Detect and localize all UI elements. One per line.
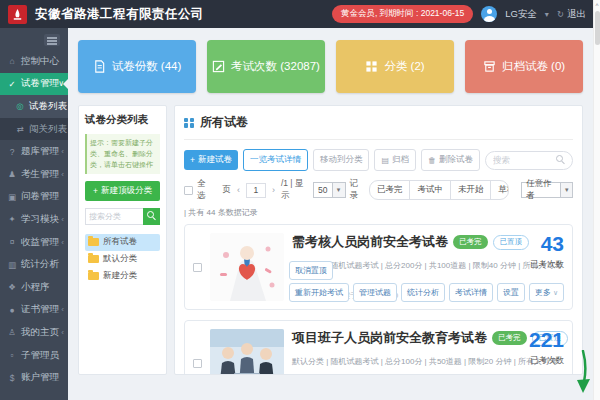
nav-label: 问卷管理 (21, 190, 59, 203)
sidebar-collapse-button[interactable] (0, 28, 68, 50)
nav-label: 账户管理 (21, 371, 59, 384)
user-name[interactable]: LG安全 (505, 8, 537, 21)
sidebar-item-challenge-list[interactable]: ⇄闯关列表 (0, 118, 68, 141)
exam-panel-title: 所有试卷 (200, 114, 248, 131)
search-icon (556, 155, 565, 165)
sidebar-item-control-center[interactable]: ⌂控制中心 (0, 50, 68, 73)
delete-label: 删除试卷 (439, 154, 473, 166)
edit-icon (212, 60, 225, 73)
filter-draft[interactable]: 草稿 (491, 181, 509, 199)
exam-title[interactable]: 需考核人员岗前安全考试卷 (292, 233, 448, 251)
exam-info: 项目班子人员岗前安全教育考试卷 已考完 已置顶 默认分类 | 随机试题考试 | … (292, 329, 494, 375)
stat-card-exam-count[interactable]: 试卷份数 (44) (78, 40, 196, 93)
nav-label: 证书管理 (21, 303, 59, 316)
cancel-pin-button[interactable]: 取消置顶 (289, 261, 333, 280)
nav-label: 控制中心 (21, 55, 59, 68)
page-scrollbar[interactable]: ˄ (593, 0, 600, 400)
page-size-select[interactable]: 50▾ (313, 182, 345, 198)
archive-icon (483, 60, 496, 73)
filter-in-progress[interactable]: 考试中 (410, 181, 451, 199)
home-icon: ⌂ (7, 56, 17, 66)
author-filter-select[interactable]: 任意作者▾ (521, 182, 573, 198)
total-records: | 共有 44 条数据记录 (184, 207, 573, 218)
delete-exam-button[interactable]: 🗑删除试卷 (421, 149, 480, 171)
tree-node-default-category[interactable]: 默认分类 (85, 251, 160, 268)
user-avatar[interactable] (481, 6, 497, 22)
chart-icon: ▥ (7, 260, 17, 270)
exam-detail-button[interactable]: 考试详情 (449, 283, 493, 302)
filter-not-started[interactable]: 未开始 (451, 181, 492, 199)
exam-title[interactable]: 项目班子人员岗前安全教育考试卷 (292, 329, 487, 347)
nav-label: 学习模块 (21, 213, 59, 226)
category-search-input[interactable] (85, 208, 143, 225)
sidebar-item-account-management[interactable]: $账户管理 (0, 366, 68, 389)
archive-button[interactable]: ▤归档 (374, 149, 416, 171)
exam-checkbox[interactable] (193, 263, 202, 272)
select-all-checkbox[interactable] (184, 186, 193, 195)
sidebar-item-exam-list[interactable]: ◎试卷列表 (0, 95, 68, 118)
exam-search-input[interactable] (493, 155, 556, 165)
sidebar-item-sub-admin[interactable]: ▫子管理员 (0, 344, 68, 367)
sidebar-item-mini-program[interactable]: ❖小程序 (0, 276, 68, 299)
user-menu-caret-icon[interactable]: ▾ (545, 10, 549, 19)
new-category-button[interactable]: +新建顶级分类 (85, 181, 160, 201)
sidebar-item-question-bank[interactable]: ?题库管理‹ (0, 140, 68, 163)
nav-label: 题库管理 (21, 145, 59, 158)
category-search-button[interactable] (143, 208, 160, 225)
page-size-value: 50 (314, 185, 331, 195)
stat-card-archived[interactable]: 归档试卷 (0) (465, 40, 583, 93)
exam-panel: 所有试卷 +新建试卷 一览考试详情 移动到分类 ▤归档 🗑删除试卷 全选 (174, 105, 583, 375)
exam-card: 项目班子人员岗前安全教育考试卷 已考完 已置顶 默认分类 | 随机试题考试 | … (184, 320, 573, 375)
sidebar-item-learning-module[interactable]: ✦学习模块‹ (0, 208, 68, 231)
tree-label: 新建分类 (103, 270, 137, 282)
medal-icon: ● (7, 305, 17, 315)
nav-label: 试卷列表 (29, 100, 67, 113)
list-controls: 全选 页 ‹ › /1 | 显示 50▾ 记录 已考完 考试中 未开始 草稿 任… (184, 178, 573, 202)
logout-button[interactable]: ↻退出 (557, 8, 586, 21)
move-category-button[interactable]: 移动到分类 (313, 149, 370, 171)
hamburger-icon (44, 34, 60, 46)
scroll-down-arrow-icon[interactable] (574, 350, 592, 394)
scroll-up-icon[interactable]: ˄ (595, 0, 599, 10)
exam-checkbox[interactable] (193, 359, 202, 368)
folder-icon (88, 238, 99, 246)
grid-icon (365, 60, 378, 73)
nav-label: 考生管理 (21, 168, 59, 181)
sidebar-item-my-homepage[interactable]: ♙我的主页‹ (0, 321, 68, 344)
new-category-label: 新建顶级分类 (101, 185, 152, 197)
scrollbar-thumb[interactable] (595, 11, 600, 45)
sidebar-item-certificate-management[interactable]: ●证书管理‹ (0, 299, 68, 322)
prev-page-button[interactable]: ‹ (235, 185, 242, 195)
exam-search (485, 151, 573, 170)
stat-card-categories[interactable]: 分类 (2) (336, 40, 454, 93)
nav-label: 小程序 (21, 281, 50, 294)
stat-card-exam-times[interactable]: 考试次数 (32087) (207, 40, 325, 93)
sidebar-item-revenue-management[interactable]: ¤收益管理‹ (0, 231, 68, 254)
sidebar-item-statistics[interactable]: ▥统计分析 (0, 253, 68, 276)
sidebar-item-survey-management[interactable]: ▣问卷管理 (0, 186, 68, 209)
exam-taken-count: 221 (502, 329, 564, 350)
tree-node-all-exams[interactable]: 所有试卷 (85, 234, 160, 251)
more-button[interactable]: 更多∨ (529, 283, 564, 302)
sidebar-item-examinee-management[interactable]: ♟考生管理‹ (0, 163, 68, 186)
exam-card: 需考核人员岗前安全考试卷 已考完 已置顶 默认分类 | 随机试题考试 | 总分2… (184, 224, 573, 310)
plus-icon: + (93, 186, 98, 196)
exam-toolbar: +新建试卷 一览考试详情 移动到分类 ▤归档 🗑删除试卷 (184, 149, 573, 171)
exam-thumbnail (210, 329, 284, 375)
next-page-button[interactable]: › (270, 185, 277, 195)
chevron-down-icon: ▾ (332, 183, 345, 197)
statistics-button[interactable]: 统计分析 (401, 283, 445, 302)
exam-detail-button[interactable]: 一览考试详情 (243, 149, 308, 171)
tree-node-new-category[interactable]: 新建分类 (85, 268, 160, 285)
list-circle-icon: ◎ (15, 101, 25, 111)
page-number-input[interactable] (246, 183, 266, 198)
sidebar-item-exam-management[interactable]: ✓试卷管理∨ (0, 73, 68, 96)
restart-exam-button[interactable]: 重新开始考试 (289, 283, 349, 302)
manage-questions-button[interactable]: 管理试题 (353, 283, 397, 302)
exam-meta: 默认分类 | 随机试题考试 | 总分100分 | 共50道题 | 限制20 分钟… (292, 356, 494, 367)
settings-button[interactable]: 设置 (497, 283, 525, 302)
filter-finished[interactable]: 已考完 (370, 181, 411, 199)
exam-count-block: 221 已考次数 (502, 329, 564, 375)
chevron-down-icon: ▾ (560, 183, 572, 197)
new-exam-button[interactable]: +新建试卷 (184, 150, 238, 170)
